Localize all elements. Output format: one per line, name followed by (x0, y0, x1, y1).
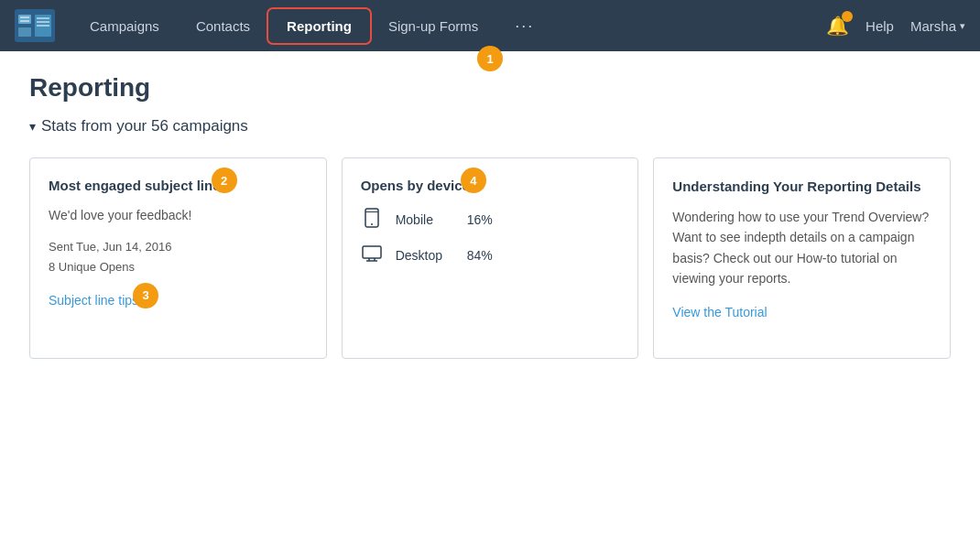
page-title: Reporting (29, 73, 951, 103)
card-subject-line: Most engaged subject line 2 We'd love yo… (29, 157, 327, 359)
mobile-pct: 16% (467, 212, 493, 227)
card1-meta: Sent Tue, Jun 14, 2016 8 Unique Opens (49, 237, 308, 277)
card1-sent-date: Sent Tue, Jun 14, 2016 (49, 237, 308, 257)
card2-title: Opens by device (361, 177, 470, 195)
desktop-icon (361, 245, 383, 266)
app-logo[interactable] (15, 9, 55, 42)
device-row-desktop: Desktop 84% (361, 245, 620, 266)
desktop-pct: 84% (467, 248, 493, 263)
main-content: 1 Reporting ▾ Stats from your 56 campaig… (0, 51, 980, 541)
subject-line-tips-link[interactable]: Subject line tips (49, 293, 138, 308)
nav-right: 🔔 Help Marsha ▾ (826, 15, 965, 37)
nav-links: Campaigns Contacts Reporting Sign-up For… (73, 9, 826, 43)
card1-title: Most engaged subject line (49, 177, 221, 195)
svg-rect-12 (363, 246, 381, 258)
card-tutorial: Understanding Your Reporting Details Won… (653, 157, 951, 359)
nav-item-campaigns[interactable]: Campaigns (73, 11, 176, 41)
navbar: Campaigns Contacts Reporting Sign-up For… (0, 0, 980, 51)
notification-badge (842, 11, 853, 22)
callout-badge-1: 1 (477, 46, 503, 71)
help-link[interactable]: Help (866, 18, 894, 34)
desktop-label: Desktop (396, 248, 454, 263)
user-menu[interactable]: Marsha ▾ (910, 18, 965, 34)
nav-item-signup-forms[interactable]: Sign-up Forms (372, 11, 495, 41)
nav-item-more[interactable]: ··· (498, 9, 550, 43)
chevron-down-icon: ▾ (960, 20, 965, 32)
chevron-icon: ▾ (29, 119, 36, 134)
cards-row: Most engaged subject line 2 We'd love yo… (29, 157, 951, 359)
card1-subject: We'd love your feedback! (49, 208, 308, 222)
card1-unique-opens: 8 Unique Opens (49, 257, 308, 277)
stats-header[interactable]: ▾ Stats from your 56 campaigns (29, 117, 951, 135)
callout-badge-2: 2 (212, 168, 237, 193)
svg-rect-2 (18, 27, 31, 37)
callout-badge-4: 4 (461, 168, 486, 193)
mobile-icon (361, 208, 383, 233)
callout-badge-3: 3 (133, 283, 158, 308)
stats-header-text: Stats from your 56 campaigns (41, 117, 248, 135)
card3-title: Understanding Your Reporting Details (672, 177, 931, 196)
nav-item-contacts[interactable]: Contacts (180, 11, 267, 41)
view-tutorial-link[interactable]: View the Tutorial (672, 305, 767, 319)
svg-rect-1 (18, 15, 31, 24)
mobile-label: Mobile (396, 212, 454, 227)
notification-bell[interactable]: 🔔 (826, 15, 849, 37)
card3-body: Wondering how to use your Trend Overview… (672, 207, 931, 289)
svg-point-10 (371, 223, 373, 225)
device-row-mobile: Mobile 16% (361, 208, 620, 233)
card-opens-by-device: Opens by device 4 Mobile 16% (342, 157, 639, 359)
nav-item-reporting[interactable]: Reporting (270, 11, 368, 41)
user-name: Marsha (910, 18, 956, 34)
